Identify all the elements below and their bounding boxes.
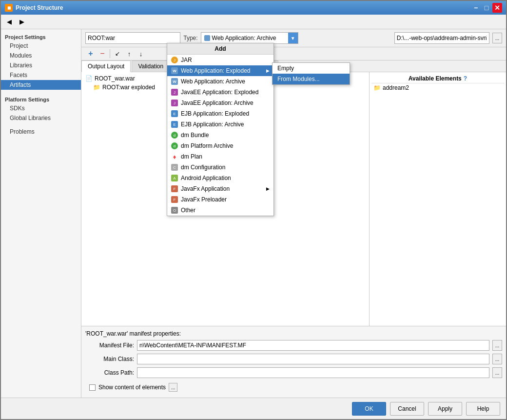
menu-item-label: Android Application [181, 175, 231, 181]
menu-item-label: Web Application: Archive [181, 78, 245, 85]
menu-item-dm-platform-archive[interactable]: d dm Platform Archive [167, 140, 273, 151]
menu-item-jar[interactable]: J JAR [167, 55, 273, 65]
menu-item-javafx-preloader[interactable]: F JavaFx Preloader [167, 194, 273, 205]
menu-item-jee-archive[interactable]: J JavaEE Application: Archive [167, 98, 273, 108]
menu-item-label: EJB Application: Exploded [181, 110, 249, 117]
output-path-browse-button[interactable]: ... [492, 33, 502, 43]
manifest-file-row: Manifest File: ... [85, 340, 502, 351]
ejb-icon: E [171, 110, 178, 117]
cancel-button[interactable]: Cancel [390, 402, 424, 416]
show-content-settings-button[interactable]: ... [169, 383, 177, 392]
web-icon: W [171, 67, 178, 74]
sidebar-item-facets[interactable]: Facets [1, 70, 81, 80]
maximize-button[interactable]: □ [482, 3, 491, 13]
menu-item-android[interactable]: A Android Application [167, 173, 273, 183]
menu-item-ejb-archive[interactable]: E EJB Application: Archive [167, 119, 273, 130]
plan-icon: ♦ [171, 153, 178, 160]
add-dropdown-menu: Add J JAR W Web Application: Exploded W … [167, 43, 274, 216]
manifest-file-input[interactable] [137, 340, 489, 351]
menu-item-dm-plan[interactable]: ♦ dm Plan [167, 151, 273, 162]
show-content-label: Show content of elements [98, 384, 166, 391]
submenu-item-empty[interactable]: Empty [273, 63, 350, 74]
close-button[interactable]: ✕ [492, 3, 502, 13]
submenu-item-label: From Modules... [277, 76, 320, 82]
menu-item-javafx[interactable]: F JavaFx Application [167, 183, 273, 194]
class-path-label: Class Path: [85, 369, 134, 376]
class-path-input[interactable] [137, 367, 489, 378]
sidebar-item-artifacts[interactable]: Artifacts [1, 80, 81, 90]
main-class-row: Main Class: ... [85, 354, 502, 364]
dm-icon: d [171, 142, 178, 149]
ok-button[interactable]: OK [352, 402, 386, 416]
title-bar: ◼ Project Structure − □ ✕ [1, 1, 506, 15]
android-icon: A [171, 175, 178, 181]
platform-settings-label: Platform Settings [1, 94, 81, 103]
submenu: Empty From Modules... [272, 62, 350, 85]
menu-item-label: dm Configuration [181, 164, 225, 171]
sidebar-item-problems[interactable]: Problems [1, 127, 81, 137]
type-dropdown[interactable]: Web Application: Archive ▼ [201, 32, 298, 44]
available-item-addream2[interactable]: 📁 addream2 [371, 83, 504, 92]
back-button[interactable]: ◀ [4, 17, 15, 27]
window-icon: ◼ [5, 4, 13, 12]
menu-item-dm-configuration[interactable]: C dm Configuration [167, 162, 273, 173]
main-class-browse-button[interactable]: ... [492, 354, 502, 364]
move-up-button[interactable]: ↑ [124, 48, 135, 59]
manifest-file-browse-button[interactable]: ... [492, 340, 502, 351]
main-class-input[interactable] [137, 354, 489, 364]
add-menu: Add J JAR W Web Application: Exploded W … [167, 43, 274, 216]
folder-icon: 📁 [93, 84, 100, 91]
menu-item-ejb-exploded[interactable]: E EJB Application: Exploded [167, 108, 273, 119]
sidebar-item-global-libraries[interactable]: Global Libraries [1, 113, 81, 123]
tab-output-layout[interactable]: Output Layout [81, 60, 131, 72]
fx-icon: F [171, 185, 178, 192]
menu-item-jee-exploded[interactable]: J JavaEE Application: Exploded [167, 87, 273, 98]
menu-item-web-exploded[interactable]: W Web Application: Exploded [167, 65, 273, 76]
menu-item-web-archive[interactable]: W Web Application: Archive [167, 76, 273, 87]
move-into-button[interactable]: ↙ [112, 48, 123, 59]
manifest-section: 'ROOT_war.war' manifest properties: Mani… [81, 326, 506, 398]
main-content: Project Settings Project Modules Librari… [1, 29, 506, 398]
move-down-button[interactable]: ↓ [136, 48, 146, 59]
sidebar-item-modules[interactable]: Modules [1, 51, 81, 60]
available-elements-title: Available Elements [409, 75, 462, 82]
apply-button[interactable]: Apply [428, 402, 462, 416]
help-button[interactable]: Help [466, 402, 500, 416]
remove-element-button[interactable]: − [97, 48, 108, 59]
type-dropdown-text: Web Application: Archive [212, 35, 276, 41]
sidebar-item-project[interactable]: Project [1, 41, 81, 51]
menu-item-other[interactable]: O Other [167, 205, 273, 216]
add-element-button[interactable]: + [85, 48, 96, 59]
menu-item-label: Web Application: Exploded [181, 67, 251, 74]
submenu-item-label: Empty [277, 65, 294, 72]
right-panel: Type: Web Application: Archive ▼ ... + −… [81, 29, 506, 398]
sidebar-item-libraries[interactable]: Libraries [1, 60, 81, 70]
forward-button[interactable]: ▶ [17, 17, 27, 27]
tree-item-label: ROOT:war exploded [102, 84, 155, 91]
menu-item-label: JAR [181, 57, 192, 63]
project-structure-window: ◼ Project Structure − □ ✕ ◀ ▶ Project Se… [0, 0, 507, 420]
main-toolbar: ◀ ▶ [1, 15, 506, 29]
output-path-input[interactable] [394, 32, 489, 44]
manifest-file-label: Manifest File: [85, 342, 134, 349]
artifact-header: Type: Web Application: Archive ▼ ... [81, 29, 506, 47]
show-content-checkbox[interactable] [89, 384, 96, 391]
config-icon: C [171, 164, 178, 171]
artifact-toolbar-row: + − ↙ ↑ ↓ [81, 47, 506, 60]
type-dropdown-arrow-icon[interactable]: ▼ [288, 33, 298, 43]
fx-icon: F [171, 196, 178, 203]
sidebar-item-sdks[interactable]: SDKs [1, 103, 81, 113]
submenu-item-from-modules[interactable]: From Modules... [273, 74, 350, 84]
class-path-browse-button[interactable]: ... [492, 367, 502, 378]
menu-item-label: dm Bundle [181, 132, 209, 139]
minimize-button[interactable]: − [471, 3, 481, 13]
sidebar-sep2 [1, 123, 81, 127]
tree-item-label: ROOT_war.war [95, 75, 135, 82]
menu-item-label: JavaEE Application: Exploded [181, 89, 258, 96]
menu-item-label: JavaFx Application [181, 185, 230, 192]
menu-item-label: JavaFx Preloader [181, 196, 227, 203]
menu-item-dm-bundle[interactable]: d dm Bundle [167, 130, 273, 140]
help-icon[interactable]: ? [464, 75, 467, 82]
artifact-name-input[interactable] [85, 32, 180, 44]
tab-validation[interactable]: Validation [132, 60, 170, 72]
